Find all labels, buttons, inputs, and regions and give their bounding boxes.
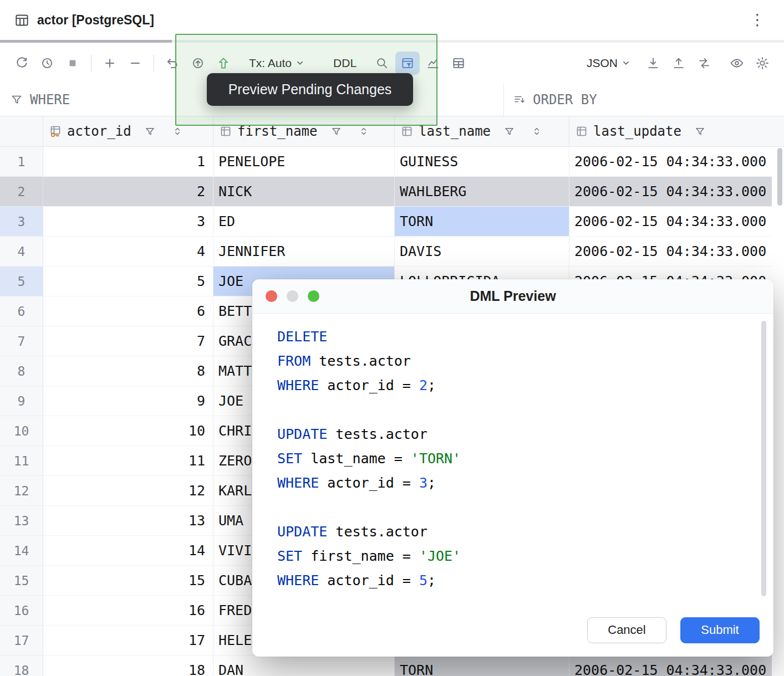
submit-changes-button[interactable] xyxy=(211,52,236,75)
row-number[interactable]: 7 xyxy=(0,326,43,356)
auto-refresh-button[interactable] xyxy=(35,52,59,75)
order-by-input[interactable]: ORDER BY xyxy=(503,84,597,116)
sort-toggle-icon[interactable] xyxy=(172,126,183,137)
add-row-button[interactable] xyxy=(98,52,122,75)
row-number[interactable]: 11 xyxy=(0,446,43,476)
row-number[interactable]: 12 xyxy=(0,476,43,506)
cell-first-name[interactable]: ED xyxy=(213,207,395,237)
row-number[interactable]: 14 xyxy=(0,536,43,566)
grid-header: actor_id first_name last_name last_updat… xyxy=(0,116,784,147)
column-header-last-update[interactable]: last_update xyxy=(569,116,772,146)
column-header-first-name[interactable]: first_name xyxy=(213,116,395,146)
cell-last-update[interactable]: 2006-02-15 04:34:33.000 xyxy=(569,207,772,237)
cell-last-update[interactable]: 2006-02-15 04:34:33.000 xyxy=(569,237,772,267)
cell-first-name[interactable]: DAN xyxy=(213,655,395,676)
format-selector[interactable]: JSON xyxy=(582,52,635,75)
compare-button[interactable] xyxy=(692,52,716,75)
sort-toggle-icon[interactable] xyxy=(531,126,542,137)
cancel-button[interactable]: Cancel xyxy=(587,617,666,643)
cell-actor-id[interactable]: 18 xyxy=(43,655,213,676)
column-header-last-name[interactable]: last_name xyxy=(395,116,569,146)
row-number[interactable]: 15 xyxy=(0,566,43,596)
row-number[interactable]: 4 xyxy=(0,237,43,267)
filter-funnel-icon[interactable] xyxy=(694,126,706,137)
row-number[interactable]: 3 xyxy=(0,207,43,237)
cell-last-update[interactable]: 2006-02-15 04:34:33.000 xyxy=(569,177,772,207)
submit-arrow-icon xyxy=(216,56,231,70)
cell-actor-id[interactable]: 3 xyxy=(43,207,213,237)
row-number[interactable]: 1 xyxy=(0,147,43,177)
refresh-button[interactable] xyxy=(9,52,34,75)
stop-button[interactable] xyxy=(60,52,85,75)
cell-actor-id[interactable]: 9 xyxy=(43,386,213,416)
cell-actor-id[interactable]: 1 xyxy=(43,147,213,177)
cell-last-name[interactable]: TORN xyxy=(395,207,569,237)
cell-actor-id[interactable]: 16 xyxy=(43,596,213,626)
toolbar-right-group: JSON xyxy=(581,52,775,75)
chart-view-button[interactable] xyxy=(421,52,445,75)
stop-icon xyxy=(65,56,80,70)
submit-button[interactable]: Submit xyxy=(680,617,760,643)
cell-actor-id[interactable]: 15 xyxy=(43,566,213,596)
row-number[interactable]: 10 xyxy=(0,416,43,446)
cell-actor-id[interactable]: 13 xyxy=(43,506,213,536)
dialog-scrollbar[interactable] xyxy=(761,321,766,596)
cell-actor-id[interactable]: 7 xyxy=(43,326,213,356)
zoom-button[interactable] xyxy=(308,290,319,302)
cell-last-name[interactable]: DAVIS xyxy=(395,237,569,267)
settings-button[interactable] xyxy=(750,52,775,75)
cell-actor-id[interactable]: 5 xyxy=(43,267,213,296)
tab-title[interactable]: actor [PostgreSQL] xyxy=(37,13,154,28)
tab-scroll-thumb[interactable] xyxy=(0,40,172,43)
row-number[interactable]: 6 xyxy=(0,296,43,326)
cell-first-name[interactable]: JENNIFER xyxy=(213,237,395,267)
filter-funnel-icon[interactable] xyxy=(144,126,156,137)
cell-actor-id[interactable]: 8 xyxy=(43,356,213,386)
preview-pending-changes-button[interactable] xyxy=(186,52,210,75)
cell-first-name[interactable]: PENELOPE xyxy=(213,147,395,177)
delete-row-button[interactable] xyxy=(123,52,147,75)
cell-last-update[interactable]: 2006-02-15 04:34:33.000 xyxy=(569,655,772,676)
where-filter-input[interactable]: WHERE xyxy=(10,84,70,116)
row-number[interactable]: 13 xyxy=(0,506,43,536)
cell-actor-id[interactable]: 11 xyxy=(43,446,213,476)
cell-actor-id[interactable]: 17 xyxy=(43,626,213,655)
cell-actor-id[interactable]: 2 xyxy=(43,177,213,207)
cell-last-name[interactable]: GUINESS xyxy=(395,147,569,177)
tx-mode-selector[interactable]: Tx: Auto xyxy=(244,52,309,75)
ddl-button[interactable]: DDL xyxy=(328,52,362,75)
cell-actor-id[interactable]: 6 xyxy=(43,296,213,326)
row-number[interactable]: 8 xyxy=(0,356,43,386)
cell-last-name[interactable]: WAHLBERG xyxy=(395,177,569,207)
export-button[interactable] xyxy=(641,52,665,75)
cell-actor-id[interactable]: 4 xyxy=(43,237,213,267)
dml-preview-toggle[interactable] xyxy=(395,52,420,75)
cell-actor-id[interactable]: 10 xyxy=(43,416,213,446)
cell-actor-id[interactable]: 14 xyxy=(43,536,213,566)
filter-funnel-icon[interactable] xyxy=(330,126,342,137)
cell-actor-id[interactable]: 12 xyxy=(43,476,213,506)
cell-first-name[interactable]: NICK xyxy=(213,177,395,207)
sort-toggle-icon[interactable] xyxy=(358,126,369,137)
row-number[interactable]: 18 xyxy=(0,655,43,676)
vertical-scrollbar[interactable] xyxy=(777,148,782,206)
search-button[interactable] xyxy=(370,52,394,75)
more-options-button[interactable]: ⋮ xyxy=(745,11,770,29)
filter-funnel-icon[interactable] xyxy=(503,126,515,137)
row-number[interactable]: 2 xyxy=(0,177,43,207)
sql-preview-code: DELETEFROM tests.actorWHERE actor_id = 2… xyxy=(252,314,773,603)
row-number[interactable]: 5 xyxy=(0,267,43,296)
minimize-button[interactable] xyxy=(287,290,298,302)
view-options-button[interactable] xyxy=(725,52,749,75)
import-button[interactable] xyxy=(666,52,691,75)
chevron-down-icon xyxy=(622,59,630,67)
row-number[interactable]: 9 xyxy=(0,386,43,416)
row-number[interactable]: 16 xyxy=(0,596,43,626)
table-view-button[interactable] xyxy=(446,52,471,75)
cell-last-update[interactable]: 2006-02-15 04:34:33.000 xyxy=(569,147,772,177)
row-number[interactable]: 17 xyxy=(0,626,43,655)
close-button[interactable] xyxy=(266,290,277,302)
cell-last-name[interactable]: TORN xyxy=(395,655,569,676)
column-header-actor-id[interactable]: actor_id xyxy=(43,116,213,146)
revert-changes-button[interactable] xyxy=(160,52,185,75)
